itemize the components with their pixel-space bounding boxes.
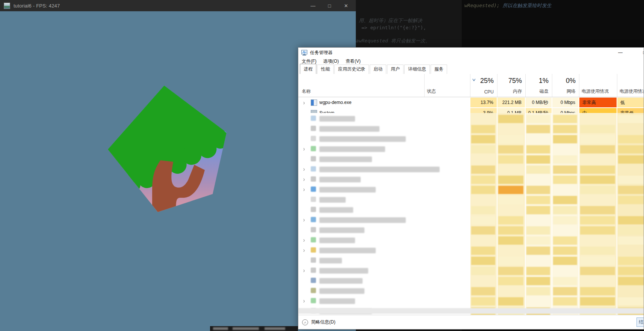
expand-chevron-icon[interactable]: › <box>303 217 305 223</box>
blurred-heat-cell <box>471 216 495 224</box>
blurred-process-name <box>319 197 346 203</box>
blurred-process-icon <box>311 278 316 283</box>
process-icon <box>311 99 317 106</box>
blurred-heat-cell <box>553 115 577 123</box>
blurred-heat-cell <box>618 277 644 285</box>
expand-chevron-icon[interactable]: › <box>303 186 305 193</box>
maximize-icon[interactable]: □ <box>637 48 644 57</box>
blurred-process-name <box>319 207 353 213</box>
task-manager-titlebar[interactable]: 任务管理器 — □ <box>298 48 644 57</box>
column-label: 电源使用情况 <box>620 88 644 95</box>
blurred-heat-cell <box>580 135 615 143</box>
blurred-process-icon <box>311 187 316 192</box>
blurred-heat-cell <box>498 236 523 245</box>
blurred-process-list: ››››››››› <box>298 113 644 315</box>
blurred-heat-cell <box>580 166 615 174</box>
expand-chevron-icon[interactable]: › <box>303 166 305 173</box>
maximize-icon[interactable]: □ <box>323 0 336 11</box>
blurred-heat-cell <box>498 176 523 184</box>
blurred-process-name <box>319 288 364 294</box>
column-total-pct: 1% <box>539 77 549 85</box>
end-task-button[interactable]: 结束任务 <box>636 317 644 327</box>
blurred-process-icon <box>311 116 316 121</box>
blurred-heat-cell <box>618 216 644 224</box>
column-磁盘[interactable]: 1%磁盘 <box>525 74 552 97</box>
column-电源使用情况[interactable]: 电源使用情况 <box>579 74 617 97</box>
expand-chevron-icon[interactable]: › <box>303 146 305 152</box>
blurred-process-name <box>319 268 368 274</box>
tab-性能[interactable]: 性能 <box>317 65 334 74</box>
column-status[interactable]: 状态 <box>424 74 470 97</box>
blurred-heat-cell <box>580 186 615 194</box>
blurred-heat-cell <box>618 226 644 235</box>
blurred-heat-cell <box>553 176 577 184</box>
blurred-heat-cell <box>618 155 644 164</box>
blurred-heat-cell <box>471 226 495 235</box>
blurred-heat-cell <box>471 186 495 194</box>
blurred-heat-cell <box>618 257 644 265</box>
expand-chevron-icon[interactable]: › <box>303 298 305 304</box>
minimize-icon[interactable]: — <box>613 48 628 57</box>
blurred-heat-cell <box>498 267 523 275</box>
column-网络[interactable]: 0%网络 <box>552 74 579 97</box>
process-row-wgpu-demo.exe[interactable]: ›wgpu-demo.exe13.7%221.2 MB0 MB/秒0 Mbps非… <box>298 97 644 108</box>
expand-chevron-icon[interactable]: › <box>303 99 305 106</box>
menu-item[interactable]: 查看(V) <box>342 58 364 65</box>
screen: tutorial6 - FPS: 4247 — □ ✕ <box>0 0 644 331</box>
wgpu-window-titlebar[interactable]: tutorial6 - FPS: 4247 — □ ✕ <box>0 0 356 11</box>
column-CPU[interactable]: ˅25%CPU <box>470 74 497 97</box>
blurred-heat-cell <box>526 186 550 194</box>
tab-应用历史记录[interactable]: 应用历史记录 <box>334 65 369 74</box>
blurred-process-icon <box>311 156 316 161</box>
expand-chevron-icon[interactable]: › <box>303 176 305 183</box>
column-内存[interactable]: 75%内存 <box>497 74 525 97</box>
expand-chevron-icon[interactable]: › <box>303 247 305 254</box>
blurred-heat-cell <box>471 135 495 143</box>
blurred-process-name <box>319 146 385 152</box>
column-total-pct: 75% <box>508 77 522 85</box>
close-icon[interactable]: ✕ <box>340 0 352 11</box>
detail-toggle-button[interactable]: ㅅ 简略信息(D) <box>302 319 336 325</box>
cell-电源使用情况: 非常高 <box>579 98 617 107</box>
cell-磁盘: 0 MB/秒 <box>526 98 552 107</box>
tab-进程[interactable]: 进程 <box>300 64 316 74</box>
minimize-icon[interactable]: — <box>307 0 319 11</box>
expand-chevron-icon[interactable]: › <box>303 237 305 244</box>
tab-服务[interactable]: 服务 <box>431 65 447 74</box>
blurred-heat-cell <box>618 196 644 204</box>
blurred-heat-cell <box>498 145 523 153</box>
blurred-heat-cell <box>553 135 577 143</box>
blurred-heat-cell <box>553 257 577 265</box>
blurred-heat-cell <box>526 155 550 164</box>
menu-item[interactable]: 选项(O) <box>320 58 342 65</box>
blurred-heat-cell <box>580 145 615 153</box>
column-电源使用情况[interactable]: 电源使用情况 <box>617 74 644 97</box>
blurred-heat-cell <box>498 135 523 143</box>
blurred-heat-cell <box>580 267 615 275</box>
blurred-heat-cell <box>580 216 615 224</box>
blurred-heat-cell <box>498 226 523 235</box>
blurred-heat-cell <box>553 206 577 214</box>
expand-chevron-icon[interactable]: › <box>303 267 305 274</box>
column-name-label[interactable]: 名称 <box>302 88 311 95</box>
blurred-heat-cell <box>498 216 523 224</box>
blurred-process-icon <box>311 207 316 212</box>
blurred-heat-cell <box>618 135 644 143</box>
blurred-heat-cell <box>526 267 550 275</box>
blurred-process-icon <box>311 197 316 202</box>
blurred-process-icon <box>311 257 316 263</box>
blurred-process-name <box>319 116 355 122</box>
blurred-process-icon <box>311 298 316 303</box>
task-manager-icon <box>301 50 307 56</box>
blurred-process-name <box>319 227 364 233</box>
blurred-heat-cell <box>471 287 495 295</box>
tab-详细信息[interactable]: 详细信息 <box>404 65 430 74</box>
tab-启动[interactable]: 启动 <box>370 65 386 74</box>
blurred-heat-cell <box>580 206 615 214</box>
process-name: wgpu-demo.exe <box>319 100 351 105</box>
tab-用户[interactable]: 用户 <box>387 65 404 74</box>
blurred-heat-cell <box>526 236 550 245</box>
blurred-heat-cell <box>580 247 615 255</box>
blurred-heat-cell <box>471 125 495 133</box>
column-label: 网络 <box>567 88 576 95</box>
